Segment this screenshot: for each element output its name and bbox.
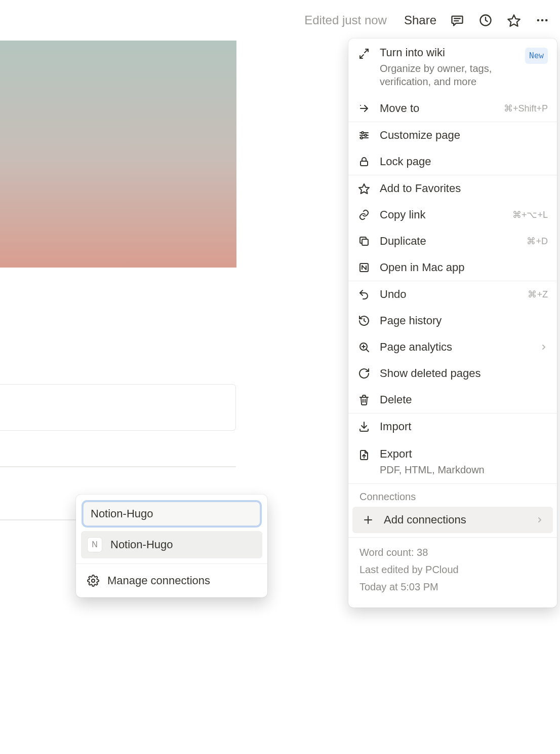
menu-export[interactable]: Export PDF, HTML, Markdown xyxy=(348,440,557,483)
edit-timestamp: Today at 5:03 PM xyxy=(359,578,546,595)
chevron-right-icon xyxy=(536,516,544,524)
link-icon xyxy=(357,208,371,221)
notion-app-icon xyxy=(357,261,371,274)
menu-delete[interactable]: Delete xyxy=(348,387,557,413)
export-icon xyxy=(357,448,371,462)
menu-import[interactable]: Import xyxy=(348,413,557,440)
trash-icon xyxy=(357,393,371,406)
menu-label: Delete xyxy=(380,393,548,407)
clock-icon[interactable] xyxy=(478,13,493,28)
star-icon[interactable] xyxy=(506,13,522,28)
menu-customize-page[interactable]: Customize page xyxy=(348,122,557,148)
connections-header: Connections xyxy=(348,484,557,507)
manage-connections-label: Manage connections xyxy=(107,574,210,587)
menu-label: Import xyxy=(380,420,548,434)
new-badge: New xyxy=(525,48,548,64)
connection-result-label: Notion-Hugo xyxy=(110,538,173,551)
plus-icon xyxy=(362,513,375,526)
menu-label: Customize page xyxy=(380,128,548,142)
menu-open-mac-app[interactable]: Open in Mac app xyxy=(348,254,557,281)
menu-label: Lock page xyxy=(380,155,548,169)
shortcut-label: ⌘+Shift+P xyxy=(504,101,548,116)
chevron-right-icon xyxy=(540,343,548,351)
menu-label: Export xyxy=(380,447,548,461)
menu-duplicate[interactable]: Duplicate ⌘+D xyxy=(348,228,557,254)
menu-sub: PDF, HTML, Markdown xyxy=(380,463,548,476)
menu-label: Open in Mac app xyxy=(380,260,548,275)
undo-icon xyxy=(357,288,371,301)
page-cover xyxy=(0,41,236,268)
svg-rect-15 xyxy=(361,161,368,166)
menu-add-favorites[interactable]: Add to Favorites xyxy=(348,175,557,202)
share-button[interactable]: Share xyxy=(404,13,436,27)
sliders-icon xyxy=(357,129,371,142)
menu-show-deleted[interactable]: Show deleted pages xyxy=(348,360,557,387)
duplicate-icon xyxy=(357,235,371,248)
menu-page-analytics[interactable]: Page analytics xyxy=(348,334,557,360)
svg-point-5 xyxy=(541,19,544,22)
analytics-icon xyxy=(357,341,371,354)
svg-point-13 xyxy=(365,134,367,136)
connections-popover: N Notion-Hugo Manage connections xyxy=(76,495,267,597)
shortcut-label: ⌘+Z xyxy=(528,287,548,301)
wiki-icon xyxy=(357,47,371,60)
import-icon xyxy=(357,420,371,433)
connection-result[interactable]: N Notion-Hugo xyxy=(81,531,262,558)
gear-icon xyxy=(87,575,99,587)
svg-line-20 xyxy=(366,349,369,352)
menu-undo[interactable]: Undo ⌘+Z xyxy=(348,281,557,308)
topbar: Edited just now Share xyxy=(0,0,560,41)
star-icon xyxy=(357,182,371,195)
menu-label: Add to Favorites xyxy=(380,181,548,196)
menu-add-connections[interactable]: Add connections xyxy=(352,507,553,533)
svg-rect-17 xyxy=(362,239,368,245)
menu-label: Turn into wiki xyxy=(380,46,516,60)
menu-page-history[interactable]: Page history xyxy=(348,308,557,334)
menu-label: Copy link xyxy=(380,208,503,222)
page-actions-menu: Turn into wiki Organize by owner, tags, … xyxy=(348,39,557,608)
menu-label: Show deleted pages xyxy=(380,366,548,381)
svg-point-14 xyxy=(361,137,363,139)
svg-point-29 xyxy=(92,579,95,582)
page-block-outline xyxy=(0,384,236,431)
move-icon xyxy=(357,102,371,115)
restore-icon xyxy=(357,367,371,380)
menu-lock-page[interactable]: Lock page xyxy=(348,148,557,175)
menu-label: Duplicate xyxy=(380,234,517,248)
menu-label: Page history xyxy=(380,314,548,328)
svg-point-12 xyxy=(362,132,364,134)
menu-label: Undo xyxy=(380,287,518,301)
menu-copy-link[interactable]: Copy link ⌘+⌥+L xyxy=(348,202,557,228)
menu-turn-into-wiki[interactable]: Turn into wiki Organize by owner, tags, … xyxy=(348,39,557,95)
page-divider xyxy=(0,466,236,467)
svg-point-4 xyxy=(537,19,540,22)
menu-label: Add connections xyxy=(384,513,527,527)
shortcut-label: ⌘+D xyxy=(527,234,548,248)
svg-point-6 xyxy=(545,19,548,22)
svg-marker-16 xyxy=(359,184,369,194)
manage-connections[interactable]: Manage connections xyxy=(76,569,267,592)
menu-move-to[interactable]: Move to ⌘+Shift+P xyxy=(348,95,557,122)
edited-label: Edited just now xyxy=(304,13,387,27)
svg-line-7 xyxy=(365,49,368,53)
menu-sub: Organize by owner, tags, verification, a… xyxy=(380,62,501,88)
menu-footer: Word count: 38 Last edited by PCloud Tod… xyxy=(348,538,557,608)
menu-label: Page analytics xyxy=(380,340,531,354)
svg-line-8 xyxy=(360,55,364,58)
svg-marker-3 xyxy=(508,15,519,26)
word-count: Word count: 38 xyxy=(359,544,546,561)
shortcut-label: ⌘+⌥+L xyxy=(512,208,548,222)
history-icon xyxy=(357,314,371,327)
menu-label: Move to xyxy=(380,101,495,116)
more-icon[interactable] xyxy=(535,13,550,28)
connections-search-input[interactable] xyxy=(83,502,260,526)
comments-icon[interactable] xyxy=(450,13,465,28)
last-edited: Last edited by PCloud xyxy=(359,561,546,578)
lock-icon xyxy=(357,155,371,168)
connection-tile-icon: N xyxy=(87,537,102,552)
